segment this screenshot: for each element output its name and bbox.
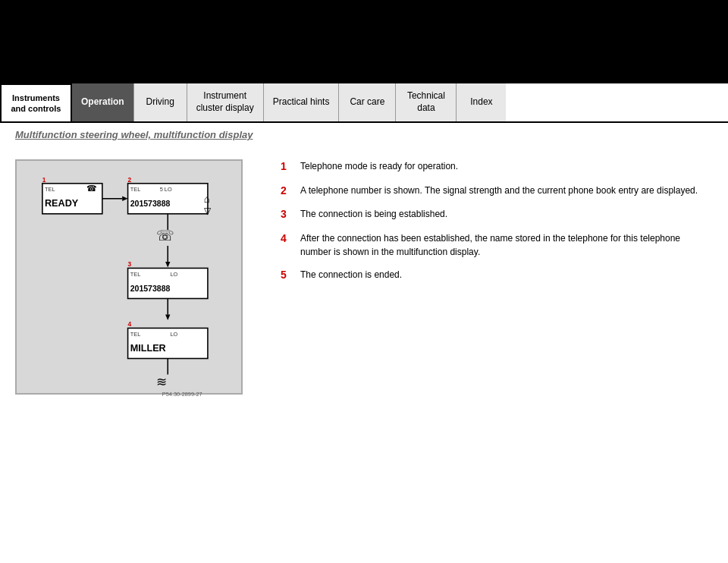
tab-operation[interactable]: Operation	[72, 83, 134, 121]
tab-technical-data-label: Technicaldata	[407, 90, 445, 114]
info-number-1: 1	[281, 159, 296, 175]
tab-operation-label: Operation	[81, 96, 124, 109]
info-text-4: After the connection has been establishe…	[300, 231, 713, 259]
info-text-1: Telephone mode is ready for operation.	[300, 159, 713, 173]
tab-instruments[interactable]: Instrumentsand controls	[0, 83, 72, 121]
info-item-3: 3 The connection is being established.	[281, 207, 713, 222]
svg-text:☏: ☏	[157, 228, 175, 244]
tab-instruments-label: Instrumentsand controls	[11, 93, 61, 115]
tab-index[interactable]: Index	[457, 83, 506, 121]
tab-driving-label: Driving	[146, 96, 174, 109]
svg-text:TEL: TEL	[130, 331, 141, 338]
info-number-3: 3	[281, 207, 296, 222]
tab-car-care[interactable]: Car care	[339, 83, 396, 121]
tab-instrument-cluster[interactable]: Instrumentcluster display	[187, 83, 264, 121]
svg-text:≋: ≋	[157, 375, 168, 389]
page-subtitle: Multifunction steering wheel, multifunct…	[0, 123, 728, 144]
svg-text:LO: LO	[170, 271, 177, 278]
svg-text:▽: ▽	[204, 206, 212, 215]
tab-index-label: Index	[470, 96, 492, 109]
svg-marker-24	[165, 315, 170, 320]
svg-text:201573888: 201573888	[130, 284, 171, 293]
page-container: Instrumentsand controls Operation Drivin…	[0, 83, 728, 563]
tab-instrument-cluster-label: Instrumentcluster display	[196, 90, 254, 114]
svg-text:3: 3	[128, 260, 132, 268]
state-diagram: 1 TEL ☎ READY 2 TEL 5 LO ⌂	[28, 172, 240, 396]
tab-practical-hints-label: Practical hints	[273, 96, 330, 109]
navigation-bar: Instrumentsand controls Operation Drivin…	[0, 83, 728, 123]
info-number-5: 5	[281, 268, 296, 283]
svg-text:TEL: TEL	[45, 186, 55, 193]
svg-text:LO: LO	[170, 331, 177, 338]
info-item-1: 1 Telephone mode is ready for operation.	[281, 159, 713, 175]
svg-text:1: 1	[42, 176, 46, 184]
svg-text:TEL: TEL	[130, 271, 141, 278]
svg-text:5 LO: 5 LO	[160, 186, 172, 193]
info-item-5: 5 The connection is ended.	[281, 268, 713, 283]
svg-text:☎: ☎	[86, 184, 97, 193]
svg-text:4: 4	[128, 320, 132, 328]
tab-technical-data[interactable]: Technicaldata	[396, 83, 457, 121]
svg-text:⌂: ⌂	[204, 193, 210, 205]
svg-text:P54.30-2899-27: P54.30-2899-27	[162, 391, 202, 396]
info-number-4: 4	[281, 231, 296, 247]
content-area: 1 TEL ☎ READY 2 TEL 5 LO ⌂	[0, 148, 728, 402]
info-text-5: The connection is ended.	[300, 268, 713, 282]
svg-text:MILLER: MILLER	[130, 343, 166, 354]
svg-marker-6	[122, 197, 127, 201]
svg-text:TEL: TEL	[130, 186, 141, 193]
svg-text:READY: READY	[45, 198, 79, 209]
svg-text:2: 2	[128, 176, 132, 184]
info-text-2: A telephone number is shown. The signal …	[300, 184, 713, 197]
svg-text:201573888: 201573888	[130, 199, 171, 208]
tab-driving[interactable]: Driving	[134, 83, 187, 121]
diagram-box: 1 TEL ☎ READY 2 TEL 5 LO ⌂	[15, 159, 243, 395]
info-number-2: 2	[281, 184, 296, 199]
info-list: 1 Telephone mode is ready for operation.…	[281, 156, 713, 395]
info-text-3: The connection is being established.	[300, 207, 713, 221]
tab-practical-hints[interactable]: Practical hints	[264, 83, 340, 121]
info-item-4: 4 After the connection has been establis…	[281, 231, 713, 259]
info-item-2: 2 A telephone number is shown. The signa…	[281, 184, 713, 199]
diagram-area: 1 TEL ☎ READY 2 TEL 5 LO ⌂	[15, 156, 258, 395]
svg-marker-17	[165, 262, 170, 267]
tab-car-care-label: Car care	[350, 96, 384, 109]
